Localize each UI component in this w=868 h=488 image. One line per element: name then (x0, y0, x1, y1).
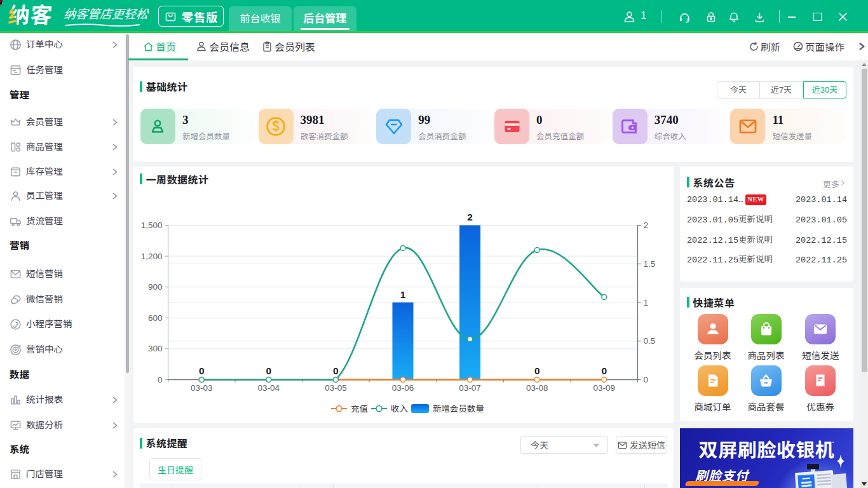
svg-text:900: 900 (148, 282, 163, 292)
svg-text:03-08: 03-08 (526, 383, 548, 393)
svg-text:0: 0 (199, 365, 205, 376)
svg-text:0.5: 0.5 (644, 336, 656, 346)
svg-text:300: 300 (148, 344, 163, 353)
svg-text:2: 2 (644, 220, 649, 230)
svg-text:600: 600 (148, 313, 163, 323)
svg-text:1,200: 1,200 (141, 252, 163, 261)
svg-text:03-05: 03-05 (325, 383, 347, 393)
svg-text:收入: 收入 (391, 404, 409, 414)
svg-text:0: 0 (158, 375, 163, 384)
svg-text:1: 1 (644, 298, 649, 308)
svg-text:0: 0 (644, 375, 649, 384)
svg-text:0: 0 (266, 365, 271, 376)
svg-text:2: 2 (467, 212, 473, 222)
svg-text:0: 0 (333, 365, 339, 376)
svg-text:03-07: 03-07 (459, 383, 481, 393)
svg-text:03-09: 03-09 (593, 383, 616, 393)
svg-text:03-04: 03-04 (258, 383, 280, 393)
svg-text:0: 0 (534, 365, 540, 376)
svg-text:充值: 充值 (351, 404, 368, 414)
svg-text:1.5: 1.5 (644, 259, 656, 269)
svg-text:03-03: 03-03 (191, 383, 213, 393)
svg-text:03-06: 03-06 (392, 383, 414, 393)
svg-text:1,500: 1,500 (141, 220, 163, 230)
svg-text:0: 0 (601, 365, 607, 376)
svg-text:1: 1 (400, 289, 406, 300)
svg-text:新增会员数量: 新增会员数量 (433, 404, 484, 414)
